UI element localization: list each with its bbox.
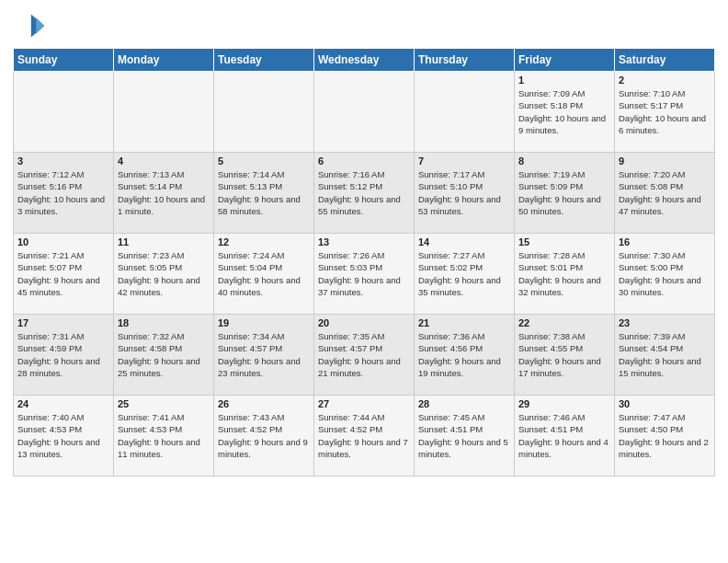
day-info: Sunrise: 7:30 AM Sunset: 5:00 PM Dayligh… <box>619 249 711 298</box>
day-info: Sunrise: 7:38 AM Sunset: 4:55 PM Dayligh… <box>518 330 610 379</box>
day-number: 11 <box>118 236 210 247</box>
day-number: 24 <box>17 398 109 409</box>
day-info: Sunrise: 7:23 AM Sunset: 5:05 PM Dayligh… <box>118 249 210 298</box>
day-info: Sunrise: 7:31 AM Sunset: 4:59 PM Dayligh… <box>17 330 109 379</box>
day-number: 26 <box>218 398 310 409</box>
weekday-header: Friday <box>515 49 615 72</box>
day-info: Sunrise: 7:34 AM Sunset: 4:57 PM Dayligh… <box>218 330 310 379</box>
day-number: 15 <box>518 236 610 247</box>
calendar-cell: 10Sunrise: 7:21 AM Sunset: 5:07 PM Dayli… <box>14 234 114 315</box>
day-info: Sunrise: 7:19 AM Sunset: 5:09 PM Dayligh… <box>518 168 610 217</box>
day-number: 4 <box>118 155 210 167</box>
day-number: 14 <box>418 236 510 247</box>
calendar-cell: 25Sunrise: 7:41 AM Sunset: 4:53 PM Dayli… <box>114 396 214 477</box>
calendar-cell: 16Sunrise: 7:30 AM Sunset: 5:00 PM Dayli… <box>615 234 715 315</box>
calendar-cell: 15Sunrise: 7:28 AM Sunset: 5:01 PM Dayli… <box>515 234 615 315</box>
calendar-cell: 29Sunrise: 7:46 AM Sunset: 4:51 PM Dayli… <box>515 396 615 477</box>
weekday-header: Sunday <box>14 49 114 72</box>
weekday-header: Monday <box>114 49 214 72</box>
day-info: Sunrise: 7:41 AM Sunset: 4:53 PM Dayligh… <box>118 411 210 460</box>
day-info: Sunrise: 7:35 AM Sunset: 4:57 PM Dayligh… <box>318 330 410 379</box>
calendar-cell: 2Sunrise: 7:10 AM Sunset: 5:17 PM Daylig… <box>615 72 715 153</box>
day-info: Sunrise: 7:44 AM Sunset: 4:52 PM Dayligh… <box>318 411 410 460</box>
day-number: 23 <box>619 317 711 328</box>
svg-marker-1 <box>36 17 44 34</box>
calendar-cell: 21Sunrise: 7:36 AM Sunset: 4:56 PM Dayli… <box>415 315 515 396</box>
calendar-cell: 27Sunrise: 7:44 AM Sunset: 4:52 PM Dayli… <box>314 396 415 477</box>
calendar-cell: 28Sunrise: 7:45 AM Sunset: 4:51 PM Dayli… <box>415 396 515 477</box>
calendar-cell <box>14 72 114 153</box>
day-number: 3 <box>17 155 109 167</box>
day-info: Sunrise: 7:14 AM Sunset: 5:13 PM Dayligh… <box>218 168 310 217</box>
calendar-cell: 20Sunrise: 7:35 AM Sunset: 4:57 PM Dayli… <box>314 315 415 396</box>
day-number: 25 <box>118 398 210 409</box>
calendar-cell: 26Sunrise: 7:43 AM Sunset: 4:52 PM Dayli… <box>214 396 314 477</box>
day-info: Sunrise: 7:40 AM Sunset: 4:53 PM Dayligh… <box>17 411 109 460</box>
calendar-cell: 8Sunrise: 7:19 AM Sunset: 5:09 PM Daylig… <box>515 153 615 234</box>
day-number: 1 <box>518 75 610 86</box>
day-number: 22 <box>518 317 610 328</box>
calendar-cell: 12Sunrise: 7:24 AM Sunset: 5:04 PM Dayli… <box>214 234 314 315</box>
day-info: Sunrise: 7:24 AM Sunset: 5:04 PM Dayligh… <box>218 249 310 298</box>
calendar-cell: 7Sunrise: 7:17 AM Sunset: 5:10 PM Daylig… <box>415 153 515 234</box>
logo <box>13 9 50 42</box>
calendar-week-row: 24Sunrise: 7:40 AM Sunset: 4:53 PM Dayli… <box>14 396 715 477</box>
calendar-cell: 5Sunrise: 7:14 AM Sunset: 5:13 PM Daylig… <box>214 153 314 234</box>
day-number: 16 <box>619 236 711 247</box>
page-container: SundayMondayTuesdayWednesdayThursdayFrid… <box>0 0 728 482</box>
calendar-cell: 18Sunrise: 7:32 AM Sunset: 4:58 PM Dayli… <box>114 315 214 396</box>
day-number: 13 <box>318 236 410 247</box>
calendar-week-row: 1Sunrise: 7:09 AM Sunset: 5:18 PM Daylig… <box>14 72 715 153</box>
day-info: Sunrise: 7:10 AM Sunset: 5:17 PM Dayligh… <box>619 87 711 136</box>
calendar-week-row: 3Sunrise: 7:12 AM Sunset: 5:16 PM Daylig… <box>14 153 715 234</box>
day-number: 28 <box>418 398 510 409</box>
calendar-cell <box>415 72 515 153</box>
day-number: 30 <box>619 398 711 409</box>
calendar-cell: 14Sunrise: 7:27 AM Sunset: 5:02 PM Dayli… <box>415 234 515 315</box>
day-number: 27 <box>318 398 410 409</box>
day-info: Sunrise: 7:20 AM Sunset: 5:08 PM Dayligh… <box>619 168 711 217</box>
day-number: 29 <box>518 398 610 409</box>
calendar-cell <box>114 72 214 153</box>
day-info: Sunrise: 7:16 AM Sunset: 5:12 PM Dayligh… <box>318 168 410 217</box>
calendar-cell: 6Sunrise: 7:16 AM Sunset: 5:12 PM Daylig… <box>314 153 415 234</box>
calendar-cell: 17Sunrise: 7:31 AM Sunset: 4:59 PM Dayli… <box>14 315 114 396</box>
weekday-header: Thursday <box>415 49 515 72</box>
day-info: Sunrise: 7:39 AM Sunset: 4:54 PM Dayligh… <box>619 330 711 379</box>
day-info: Sunrise: 7:36 AM Sunset: 4:56 PM Dayligh… <box>418 330 510 379</box>
calendar-cell: 23Sunrise: 7:39 AM Sunset: 4:54 PM Dayli… <box>615 315 715 396</box>
day-info: Sunrise: 7:26 AM Sunset: 5:03 PM Dayligh… <box>318 249 410 298</box>
day-info: Sunrise: 7:17 AM Sunset: 5:10 PM Dayligh… <box>418 168 510 217</box>
day-number: 8 <box>518 155 610 167</box>
day-info: Sunrise: 7:45 AM Sunset: 4:51 PM Dayligh… <box>418 411 510 460</box>
calendar-cell: 24Sunrise: 7:40 AM Sunset: 4:53 PM Dayli… <box>14 396 114 477</box>
calendar-week-row: 17Sunrise: 7:31 AM Sunset: 4:59 PM Dayli… <box>14 315 715 396</box>
weekday-header: Saturday <box>615 49 715 72</box>
calendar-cell: 22Sunrise: 7:38 AM Sunset: 4:55 PM Dayli… <box>515 315 615 396</box>
calendar-cell: 11Sunrise: 7:23 AM Sunset: 5:05 PM Dayli… <box>114 234 214 315</box>
day-number: 21 <box>418 317 510 328</box>
day-number: 12 <box>218 236 310 247</box>
day-number: 6 <box>318 155 410 167</box>
calendar-cell: 9Sunrise: 7:20 AM Sunset: 5:08 PM Daylig… <box>615 153 715 234</box>
calendar-cell: 30Sunrise: 7:47 AM Sunset: 4:50 PM Dayli… <box>615 396 715 477</box>
day-info: Sunrise: 7:43 AM Sunset: 4:52 PM Dayligh… <box>218 411 310 460</box>
day-number: 5 <box>218 155 310 167</box>
day-info: Sunrise: 7:09 AM Sunset: 5:18 PM Dayligh… <box>518 87 610 136</box>
weekday-header: Tuesday <box>214 49 314 72</box>
logo-icon <box>13 9 46 42</box>
day-number: 7 <box>418 155 510 167</box>
day-number: 19 <box>218 317 310 328</box>
calendar-cell: 4Sunrise: 7:13 AM Sunset: 5:14 PM Daylig… <box>114 153 214 234</box>
day-info: Sunrise: 7:47 AM Sunset: 4:50 PM Dayligh… <box>619 411 711 460</box>
day-info: Sunrise: 7:13 AM Sunset: 5:14 PM Dayligh… <box>118 168 210 217</box>
header <box>13 9 715 42</box>
day-number: 18 <box>118 317 210 328</box>
day-number: 20 <box>318 317 410 328</box>
day-number: 17 <box>17 317 109 328</box>
day-info: Sunrise: 7:32 AM Sunset: 4:58 PM Dayligh… <box>118 330 210 379</box>
weekday-header: Wednesday <box>314 49 415 72</box>
calendar-cell <box>214 72 314 153</box>
day-info: Sunrise: 7:21 AM Sunset: 5:07 PM Dayligh… <box>17 249 109 298</box>
calendar-cell: 13Sunrise: 7:26 AM Sunset: 5:03 PM Dayli… <box>314 234 415 315</box>
